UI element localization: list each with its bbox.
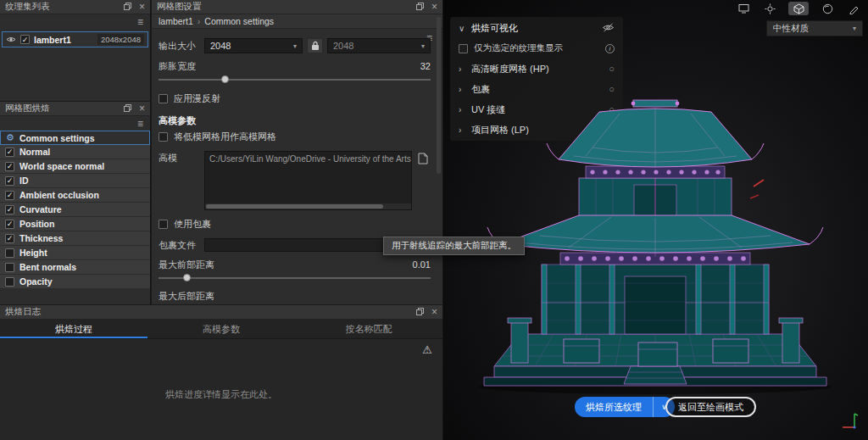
dilation-width-value[interactable]: 32 [420, 61, 431, 71]
dilation-width-label: 膨胀宽度 [159, 59, 204, 73]
texture-set-row[interactable]: lambert1 2048x2048 [2, 31, 148, 47]
map-checkbox[interactable] [5, 234, 14, 243]
bake-log-panel: 烘焙日志 × 烘焙过程 高模参数 按名称匹配 ⚠ 烘焙进度详情显示在此处。 [0, 305, 443, 440]
texture-set-list-panel: 纹理集列表 × ≡ lambert1 2048x2048 [0, 0, 151, 101]
close-icon[interactable]: × [431, 2, 437, 12]
map-checkbox[interactable] [5, 205, 14, 214]
file-browse-icon[interactable] [415, 151, 431, 164]
bake-map-row-thickness[interactable]: Thickness [0, 231, 150, 246]
viewport-settings-icon[interactable] [736, 2, 751, 15]
only-selected-texture-set-row[interactable]: 仅为选定的纹理集显示 i [450, 38, 623, 58]
horizontal-scrollbar[interactable] [205, 203, 411, 209]
high-poly-path-text: C:/Users/YiLin Wang/OneDrive - Universit… [209, 154, 412, 164]
map-label: Bent normals [19, 262, 76, 272]
output-size-label: 输出大小 [159, 39, 204, 53]
close-icon[interactable]: × [139, 103, 145, 114]
overlay-section-hp[interactable]: › 高清晰度网格 (HP) ○ [450, 58, 623, 79]
map-checkbox[interactable] [5, 162, 14, 171]
mesh-map-settings-titlebar: 网格图设置 × [152, 0, 442, 14]
bake-common-settings-row[interactable]: ⚙ Common settings [0, 131, 150, 145]
undock-icon[interactable] [416, 2, 424, 12]
output-size-select-locked[interactable]: 2048 ▾ [327, 38, 431, 53]
map-label: Thickness [19, 233, 63, 243]
texture-set-list-title: 纹理集列表 [5, 1, 50, 13]
close-icon[interactable]: × [139, 2, 145, 12]
bake-map-row-normal[interactable]: Normal [0, 145, 150, 159]
tab-high-poly-params[interactable]: 高模参数 [147, 320, 295, 338]
tab-bake-progress[interactable]: 烘焙过程 [0, 320, 147, 338]
common-settings-label: Common settings [19, 133, 95, 143]
chevron-right-icon: › [459, 64, 465, 74]
viewport-3d[interactable]: 中性材质 ▾ ∨ 烘焙可视化 仅为选定的纹理集显示 i › 高清晰度网格 (HP… [443, 0, 868, 440]
visibility-eye-icon[interactable] [6, 35, 16, 45]
texture-set-list-titlebar: 纹理集列表 × [0, 0, 150, 14]
texture-set-name: lambert1 [34, 35, 71, 45]
annotate-pen-icon[interactable] [846, 2, 861, 15]
mesh-map-settings-title: 网格图设置 [157, 1, 202, 13]
eye-off-icon[interactable] [602, 23, 615, 34]
warning-icon: ⚠ [422, 343, 432, 356]
bake-map-row-opacity[interactable]: Opacity [0, 275, 150, 289]
aspect-lock-button[interactable] [307, 38, 323, 53]
max-frontal-distance-value[interactable]: 0.01 [413, 259, 431, 270]
texture-set-checkbox[interactable] [20, 35, 30, 44]
map-checkbox[interactable] [5, 263, 14, 272]
bake-map-row-world-space-normal[interactable]: World space normal [0, 159, 150, 174]
cage-file-label: 包裹文件 [159, 238, 204, 252]
bake-map-row-height[interactable]: Height [0, 246, 150, 260]
bake-map-row-curvature[interactable]: Curvature [0, 203, 150, 217]
tab-match-by-name[interactable]: 按名称匹配 [295, 320, 442, 338]
visibility-toggle-icon[interactable]: ○ [609, 64, 615, 74]
output-size-select[interactable]: 2048 ▾ [204, 38, 303, 53]
filter-icon[interactable]: ≡ [137, 118, 143, 130]
undock-icon[interactable] [124, 103, 131, 114]
bake-map-row-bent-normals[interactable]: Bent normals [0, 260, 150, 275]
bake-map-row-id[interactable]: ID [0, 174, 150, 188]
use-cage-label: 使用包裹 [174, 218, 211, 231]
breadcrumb-page[interactable]: Common settings [204, 16, 274, 26]
use-low-as-high-label: 将低模网格用作高模网格 [174, 131, 276, 143]
map-checkbox[interactable] [5, 191, 14, 200]
max-frontal-distance-label: 最大前部距离 [159, 258, 214, 271]
display-settings-icon[interactable] [762, 2, 777, 15]
axis-gizmo[interactable] [837, 408, 861, 433]
map-checkbox[interactable] [5, 148, 14, 157]
material-sphere-icon[interactable] [820, 2, 835, 15]
undock-icon[interactable] [416, 307, 424, 317]
bake-log-title: 烘焙日志 [5, 306, 41, 318]
map-checkbox[interactable] [5, 248, 14, 258]
return-to-painting-mode-button[interactable]: 返回至绘画模式 [665, 397, 756, 417]
filter-icon[interactable]: ≡ [137, 16, 143, 28]
dilation-width-slider[interactable] [159, 75, 431, 85]
map-checkbox[interactable] [5, 220, 14, 229]
cage-file-input[interactable] [204, 238, 412, 252]
bake-map-row-ambient-occlusion[interactable]: Ambient occlusion [0, 188, 150, 203]
bake-mode-icon[interactable] [788, 2, 809, 15]
only-selected-checkbox[interactable] [459, 44, 468, 53]
bake-selected-textures-button[interactable]: 烘焙所选纹理 ∨ [575, 397, 675, 417]
viewport-material-select[interactable]: 中性材质 ▾ [766, 20, 863, 36]
map-label: World space normal [19, 161, 104, 171]
map-checkbox[interactable] [5, 176, 14, 186]
close-icon[interactable]: × [431, 307, 437, 317]
max-frontal-distance-slider[interactable] [159, 273, 431, 283]
baking-visualization-header[interactable]: ∨ 烘焙可视化 [450, 18, 623, 38]
breadcrumb-texture-set[interactable]: lambert1 [159, 16, 193, 26]
mesh-map-baking-titlebar: 网格图烘焙 × [0, 102, 150, 116]
bake-map-row-position[interactable]: Position [0, 217, 150, 231]
bake-log-empty-message: 烘焙进度详情显示在此处。 [0, 388, 442, 401]
high-poly-path-field[interactable]: C:/Users/YiLin Wang/OneDrive - Universit… [204, 151, 412, 210]
use-cage-checkbox[interactable] [159, 220, 168, 229]
chevron-down-icon: ▾ [416, 42, 425, 50]
map-label: Ambient occlusion [19, 190, 99, 200]
substance-painter-baking-window: 纹理集列表 × ≡ lambert1 2048x2048 网格图烘焙 × ≡ ⚙… [0, 0, 868, 440]
undock-icon[interactable] [124, 2, 131, 12]
mesh-map-baking-title: 网格图烘焙 [5, 103, 50, 114]
apply-diffusion-checkbox[interactable] [159, 94, 168, 103]
map-label: Opacity [19, 276, 53, 287]
use-low-as-high-checkbox[interactable] [159, 132, 168, 142]
high-poly-label: 高模 [159, 151, 204, 164]
bake-log-titlebar: 烘焙日志 × [0, 305, 442, 320]
map-checkbox[interactable] [5, 277, 14, 287]
info-icon[interactable]: i [605, 44, 615, 53]
